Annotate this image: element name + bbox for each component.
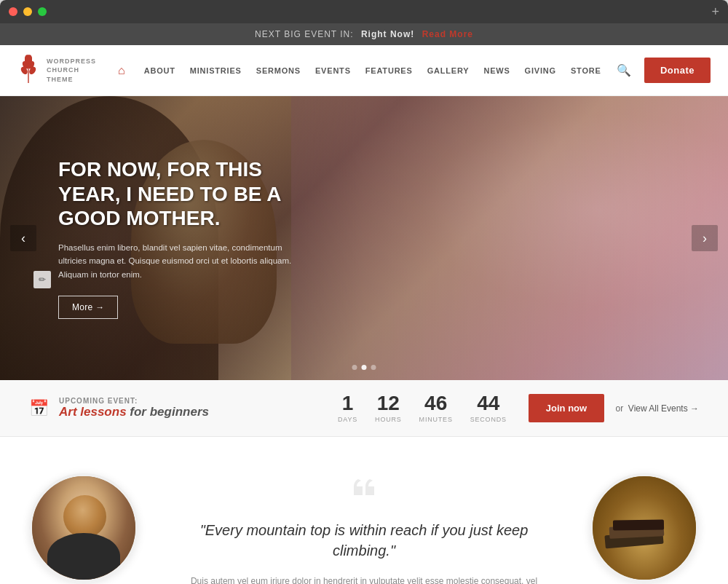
days-number: 1 (338, 393, 357, 414)
close-dot[interactable] (9, 7, 17, 16)
slider-dot-2[interactable] (362, 365, 367, 370)
books-avatar[interactable] (590, 473, 699, 583)
nav-sermons[interactable]: SERMONS (249, 66, 308, 75)
join-now-button[interactable]: Join now (529, 394, 604, 422)
countdown-seconds: 44 SECONDS (470, 393, 507, 423)
countdown-timer: 1 DAYS 12 HOURS 46 MINUTES 44 SECONDS (338, 393, 507, 423)
nav-news[interactable]: NEWS (476, 66, 517, 75)
donate-button[interactable]: Donate (644, 58, 711, 83)
books-photo (593, 476, 696, 580)
minimize-dot[interactable] (23, 7, 32, 16)
hours-label: HOURS (375, 416, 402, 423)
seconds-label: SECONDS (470, 416, 507, 423)
hero-more-button[interactable]: More → (58, 296, 118, 319)
quote-decoration-icon (189, 473, 539, 508)
pastor-photo (32, 476, 135, 580)
navbar: WORDPRESS CHURCH THEME ⌂ ABOUT MINISTRIE… (0, 45, 728, 96)
nav-giving[interactable]: GIVING (518, 66, 563, 75)
right-now-text: Right Now! (361, 29, 414, 39)
pastor-head-shape (63, 495, 107, 539)
slider-prev-button[interactable]: ‹ (10, 225, 36, 251)
hours-number: 12 (375, 393, 402, 414)
nav-store[interactable]: STORE (563, 66, 609, 75)
search-button[interactable]: 🔍 (612, 59, 636, 82)
logo-area: WORDPRESS CHURCH THEME (17, 54, 96, 87)
countdown-hours: 12 HOURS (375, 393, 402, 423)
hero-title: FOR NOW, FOR THIS YEAR, I NEED TO BE A G… (58, 157, 306, 231)
event-name: Art lessons for beginners (59, 405, 209, 419)
nav-features[interactable]: FEATURES (358, 66, 420, 75)
browser-chrome: + (0, 0, 728, 23)
hero-description: Phasellus enim libero, blandit vel sapie… (58, 241, 306, 281)
seconds-number: 44 (470, 393, 507, 414)
countdown-days: 1 DAYS (338, 393, 357, 423)
upcoming-event-label: UPCOMING EVENT: (59, 397, 209, 405)
nav-ministries[interactable]: MINISTRIES (183, 66, 249, 75)
slider-dot-1[interactable] (352, 365, 357, 370)
pastor-body-shape (47, 533, 119, 580)
hero-content: FOR NOW, FOR THIS YEAR, I NEED TO BE A G… (0, 96, 728, 380)
read-more-link[interactable]: Read More (422, 29, 473, 39)
nav-about[interactable]: ABOUT (137, 66, 183, 75)
slider-dots (352, 365, 376, 370)
nav-links: ⌂ ABOUT MINISTRIES SERMONS EVENTS FEATUR… (118, 64, 612, 77)
announcement-bar: NEXT BIG EVENT IN: Right Now! Read More (0, 23, 728, 45)
quote-block: "Every mountain top is within reach if y… (160, 473, 568, 584)
event-name-art: Art lessons (59, 405, 127, 419)
books-block: New Here? (568, 473, 699, 584)
calendar-icon: 📅 (29, 399, 49, 418)
logo-wheat-icon (17, 54, 39, 87)
minutes-number: 46 (419, 393, 453, 414)
nav-right: 🔍 Donate (612, 58, 711, 83)
next-event-label: NEXT BIG EVENT IN: (255, 29, 354, 39)
event-info: 📅 UPCOMING EVENT: Art lessons for beginn… (29, 397, 316, 419)
quote-body: Duis autem vel eum iriure dolor in hendr… (189, 574, 539, 584)
pastor-block: Our Pastors (29, 473, 160, 584)
hero-text-block: FOR NOW, FOR THIS YEAR, I NEED TO BE A G… (58, 157, 306, 319)
slider-next-button[interactable]: › (692, 225, 718, 251)
view-all-events-link[interactable]: View All Events → (628, 403, 699, 414)
view-all-link: or View All Events → (613, 403, 699, 414)
event-details: UPCOMING EVENT: Art lessons for beginner… (59, 397, 209, 419)
slider-dot-3[interactable] (371, 365, 376, 370)
countdown-minutes: 46 MINUTES (419, 393, 453, 423)
nav-gallery[interactable]: GALLERY (420, 66, 477, 75)
nav-home-icon[interactable]: ⌂ (118, 64, 125, 77)
logo-text: WORDPRESS CHURCH THEME (47, 57, 96, 84)
browser-window: + NEXT BIG EVENT IN: Right Now! Read Mor… (0, 0, 728, 584)
minutes-label: MINUTES (419, 416, 453, 423)
book-3 (613, 519, 664, 530)
maximize-dot[interactable] (38, 7, 47, 16)
event-name-rest: for beginners (130, 405, 209, 419)
new-tab-button[interactable]: + (711, 5, 719, 18)
pastor-avatar[interactable] (29, 473, 138, 583)
quote-text: "Every mountain top is within reach if y… (189, 520, 539, 561)
content-section: Our Pastors "Every mountain top is withi… (0, 437, 728, 584)
hero-slider: ✏ FOR NOW, FOR THIS YEAR, I NEED TO BE A… (0, 96, 728, 380)
event-bar: 📅 UPCOMING EVENT: Art lessons for beginn… (0, 380, 728, 437)
nav-events[interactable]: EVENTS (308, 66, 358, 75)
days-label: DAYS (338, 416, 357, 423)
